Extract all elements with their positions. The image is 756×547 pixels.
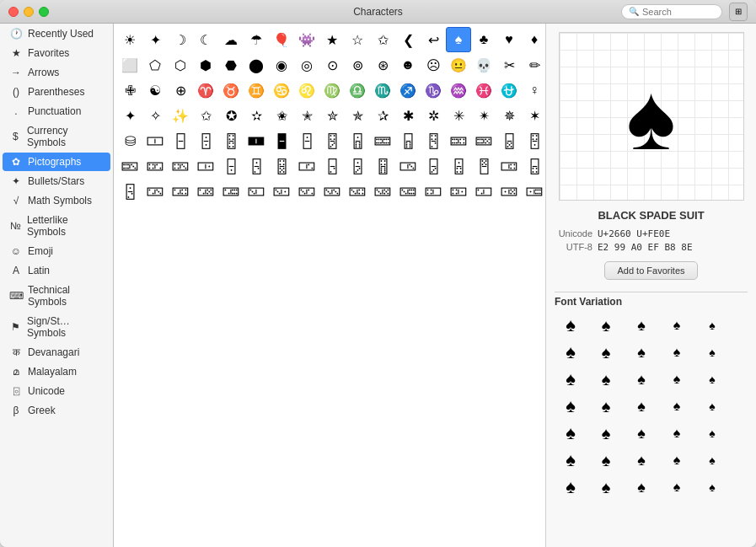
font-variation-cell[interactable]: ♠ [661,421,693,446]
char-cell[interactable]: ♐ [395,78,421,103]
font-variation-cell[interactable]: ♠ [625,448,657,473]
char-cell[interactable]: ✩ [193,103,218,128]
char-cell[interactable]: 🁦 [421,153,446,179]
font-variation-cell[interactable]: ♠ [625,340,657,365]
char-cell[interactable]: ✦ [117,103,142,128]
sidebar-item-math[interactable]: √ Math Symbols [3,191,110,210]
char-cell[interactable]: ♦ [522,27,545,52]
char-cell[interactable]: 🁊 [345,179,370,204]
char-cell[interactable]: 🀵 [496,153,522,179]
char-cell[interactable]: 🁧 [522,153,545,179]
char-cell[interactable]: 🀰 [244,128,269,153]
sidebar-item-devanagari[interactable]: क Devanagari [3,343,110,362]
font-variation-cell[interactable]: ♠ [696,421,728,446]
sidebar-item-parentheses[interactable]: () Parentheses [3,83,110,101]
char-cell[interactable]: 🂃 [218,128,244,153]
char-cell[interactable]: 🂆 [471,153,496,179]
char-cell[interactable]: 🁐 [168,153,193,179]
maximize-button[interactable] [39,7,49,17]
char-cell[interactable]: ⬤ [244,52,269,78]
char-cell[interactable]: 🁥 [319,153,345,179]
font-variation-cell[interactable]: ♠ [590,475,622,500]
font-variation-cell[interactable]: ♠ [555,448,587,473]
char-cell[interactable]: ♊ [244,78,269,103]
char-cell[interactable]: 🂅 [370,153,395,179]
sidebar-item-currency[interactable]: $ Currency Symbols [3,121,110,152]
char-cell[interactable]: ♎ [345,78,370,103]
sidebar-item-greek[interactable]: β Greek [3,401,110,420]
char-cell[interactable]: ☂ [244,27,269,52]
char-cell[interactable]: 🁆 [244,179,269,204]
minimize-button[interactable] [24,7,34,17]
char-cell[interactable]: 🁨 [496,128,522,153]
font-variation-cell[interactable]: ♠ [661,448,693,473]
char-cell[interactable]: 🁂 [142,179,168,204]
font-variation-cell[interactable]: ♠ [590,394,622,419]
char-cell[interactable]: ⊛ [370,52,395,78]
sidebar-item-technical[interactable]: ⌨ Technical Symbols [3,281,110,311]
char-cell[interactable]: ⬣ [218,52,244,78]
char-cell[interactable]: 🂁 [421,128,446,153]
char-cell[interactable]: 🁢 [269,128,294,153]
char-cell[interactable]: ♥ [496,27,522,52]
char-cell[interactable]: 💀 [471,52,496,78]
char-cell[interactable]: 🁩 [395,128,421,153]
char-cell[interactable]: ♈ [193,78,218,103]
font-variation-cell[interactable]: ♠ [625,313,657,338]
char-cell[interactable]: ◉ [269,52,294,78]
char-cell[interactable]: ☆ [345,27,370,52]
char-cell[interactable]: ✪ [218,103,244,128]
char-cell[interactable]: ⛎ [496,78,522,103]
char-cell[interactable]: ✲ [421,103,446,128]
char-cell[interactable]: 🁌 [395,179,421,204]
char-cell[interactable]: 🂀 [522,128,545,153]
char-cell[interactable]: ✩ [370,27,395,52]
char-cell[interactable]: ✰ [370,103,395,128]
font-variation-cell[interactable]: ♠ [661,367,693,392]
char-cell[interactable]: 🁉 [319,179,345,204]
search-box[interactable]: 🔍 [621,4,722,19]
char-cell[interactable]: 🎈 [269,27,294,52]
grid-view-button[interactable]: ⊞ [729,3,748,21]
char-cell[interactable]: 🀽 [496,179,522,204]
font-variation-cell[interactable]: ♠ [696,340,728,365]
char-cell[interactable]: 🂄 [269,153,294,179]
char-cell[interactable]: ⊕ [168,78,193,103]
font-variation-cell[interactable]: ♠ [625,475,657,500]
font-variation-cell[interactable]: ♠ [555,475,587,500]
font-variation-cell[interactable]: ♠ [696,394,728,419]
char-cell[interactable]: 🁄 [193,179,218,204]
char-cell[interactable]: ✨ [168,103,193,128]
char-cell[interactable]: 🁏 [142,153,168,179]
char-cell[interactable]: ☾ [193,27,218,52]
char-cell[interactable]: ♉ [218,78,244,103]
font-variation-cell[interactable]: ♠ [590,448,622,473]
font-variation-cell[interactable]: ♠ [555,394,587,419]
sidebar-item-bullets[interactable]: ✦ Bullets/Stars [3,172,110,190]
font-variation-cell[interactable]: ♠ [696,448,728,473]
sidebar-item-letterlike[interactable]: № Letterlike Symbols [3,211,110,241]
char-cell[interactable]: ♋ [269,78,294,103]
char-cell[interactable]: ↩ [421,27,446,52]
char-cell[interactable]: 🀱 [142,128,168,153]
char-cell[interactable]: ⬠ [142,52,168,78]
char-cell[interactable]: ⛁ [117,128,142,153]
char-cell[interactable]: 🁬 [117,179,142,204]
char-cell[interactable]: ✳ [446,103,471,128]
char-cell[interactable]: ☽ [168,27,193,52]
char-cell[interactable]: 🁃 [168,179,193,204]
sidebar-item-emoji[interactable]: ☺ Emoji [3,242,110,260]
char-cell[interactable]: ✦ [142,27,168,52]
close-button[interactable] [8,7,19,17]
search-input[interactable] [642,7,718,17]
char-cell[interactable]: 🁍 [421,179,446,204]
char-cell[interactable]: 😐 [446,52,471,78]
char-cell[interactable]: ✬ [269,103,294,128]
char-cell[interactable]: 🁅 [218,179,244,204]
char-cell[interactable]: 🁞 [117,153,142,179]
font-variation-cell[interactable]: ♠ [661,340,693,365]
char-cell[interactable]: ✙ [117,78,142,103]
char-cell[interactable]: ✵ [496,103,522,128]
font-variation-cell[interactable]: ♠ [590,421,622,446]
char-cell[interactable]: ✏ [522,52,545,78]
